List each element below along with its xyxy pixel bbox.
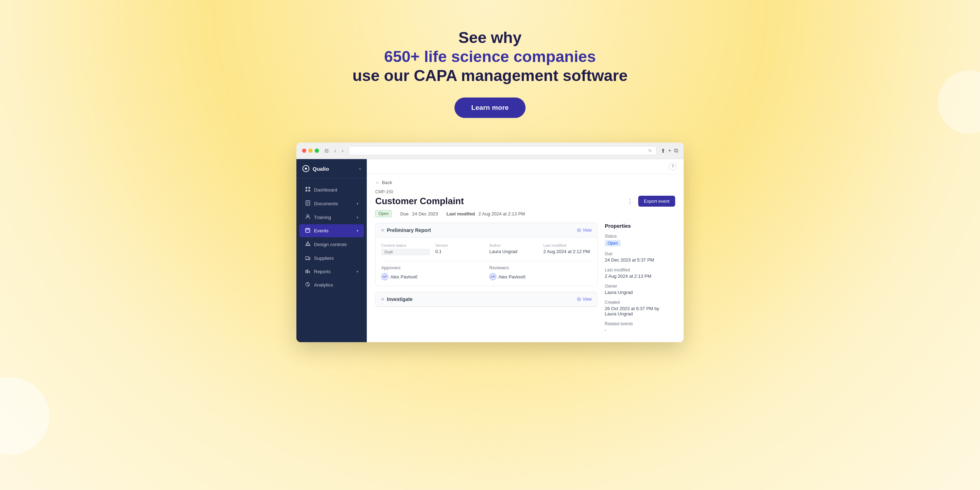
prop-related-events: Related events - (605, 321, 675, 332)
sidebar-item-analytics[interactable]: Analytics (299, 278, 364, 291)
hero-line1: See why (458, 29, 521, 46)
sidebar-logo: Qualio (302, 165, 329, 172)
training-chevron-icon: ▾ (356, 215, 358, 219)
sidebar-logo-text: Qualio (313, 166, 329, 172)
view2-icon (577, 297, 581, 301)
prop-last-modified-label: Last modified (605, 267, 675, 272)
section2-view-link[interactable]: View (577, 297, 592, 302)
reviewers-section: Reviewers AP Alex Pavlovič (489, 266, 592, 280)
record-id: CMP-150 (375, 189, 675, 194)
tl-red[interactable] (302, 148, 306, 153)
svg-point-1 (305, 167, 307, 170)
export-event-button[interactable]: Export event (638, 196, 675, 207)
content-status-label: Content status (381, 243, 430, 247)
separator2: · (442, 211, 443, 216)
top-bar: ? (367, 159, 684, 174)
add-tab-icon[interactable]: + (668, 148, 671, 154)
sidebar-item-dashboard[interactable]: Dashboard (299, 183, 364, 196)
browser-window: ⊟ ‹ › ↻ ⬆ + ⧉ Qualio (296, 143, 684, 342)
s1-last-modified-label: Last modified (544, 243, 592, 247)
section1-view-link[interactable]: View (577, 228, 592, 233)
preliminary-report-section: Preliminary Report View Co (375, 223, 598, 286)
version-label: Version (436, 243, 484, 247)
browser-forward-btn[interactable]: › (340, 147, 345, 154)
svg-rect-2 (305, 187, 307, 189)
sidebar-item-design-controls[interactable]: Design controls (299, 238, 364, 251)
share-icon[interactable]: ⬆ (661, 148, 665, 154)
dashboard-icon (305, 186, 310, 193)
hero-section: See why 650+ life science companies use … (332, 14, 648, 143)
page-title: Customer Complaint (375, 196, 464, 206)
prop-created-value: 26 Oct 2023 at 6:37 PM by Laura Ungrad (605, 306, 675, 317)
last-modified-label: Last modifed (446, 211, 475, 216)
prop-owner: Owner Laura Ungrad (605, 284, 675, 295)
refresh-icon[interactable]: ↻ (648, 148, 652, 153)
prop-related-events-value: - (605, 328, 675, 332)
page-header: Customer Complaint ⋮ Export event (375, 196, 675, 207)
meta-grid: Content status Draft Version 0.1 Author (381, 243, 592, 255)
prop-created: Created 26 Oct 2023 at 6:37 PM by Laura … (605, 300, 675, 317)
approvers-label: Approvers (381, 266, 484, 270)
reviewer-name: Alex Pavlovič (498, 274, 525, 280)
help-button[interactable]: ? (669, 162, 676, 170)
reviewers-label: Reviewers (489, 266, 592, 270)
sidebar-item-events[interactable]: Events ▾ (299, 224, 364, 237)
section2-dot (381, 298, 384, 301)
sidebar: Qualio « Dashboard Documents ▾ (296, 159, 367, 342)
browser-controls: ⊟ ‹ › (323, 147, 345, 154)
section1-view-label: View (582, 228, 592, 233)
s1-last-modified-value: 2 Aug 2024 at 2:12 PM (544, 249, 592, 254)
address-bar[interactable]: ↻ (349, 146, 656, 155)
more-options-button[interactable]: ⋮ (625, 196, 635, 207)
qualio-logo-icon (302, 165, 310, 172)
browser-back-btn[interactable]: ‹ (333, 147, 337, 154)
sidebar-item-documents[interactable]: Documents ▾ (299, 197, 364, 210)
sidebar-item-reports[interactable]: Reports ▾ (299, 265, 364, 278)
section1-title: Preliminary Report (387, 228, 431, 233)
prop-due: Due 24 Dec 2023 at 5:37 PM (605, 251, 675, 262)
author-label: Author (489, 243, 538, 247)
prop-status-label: Status (605, 234, 675, 239)
back-link[interactable]: ← Back (375, 180, 675, 185)
section1-dot (381, 229, 384, 232)
reports-icon (305, 269, 310, 275)
props-title: Properties (605, 223, 675, 229)
tab-overview-icon[interactable]: ⧉ (674, 148, 678, 154)
tl-green[interactable] (315, 148, 319, 153)
browser-actions: ⬆ + ⧉ (661, 148, 678, 154)
approvers-section: Approvers AP Alex Pavlovič (381, 266, 484, 280)
browser-window-btn[interactable]: ⊟ (323, 147, 330, 154)
reviewer-avatar: AP (489, 273, 496, 280)
prop-created-date: 26 Oct 2023 at 6:37 PM by (605, 306, 659, 311)
prop-last-modified-value: 2 Aug 2024 at 2:13 PM (605, 274, 675, 279)
sidebar-item-suppliers[interactable]: Suppliers (299, 251, 364, 265)
tl-yellow[interactable] (309, 148, 313, 153)
sidebar-collapse-btn[interactable]: « (359, 166, 361, 171)
help-icon: ? (671, 164, 674, 169)
app-layout: Qualio « Dashboard Documents ▾ (296, 159, 684, 342)
divider (381, 261, 592, 261)
reviewer-tag: AP Alex Pavlovič (489, 273, 592, 280)
sidebar-nav: Dashboard Documents ▾ Training ▾ (296, 178, 367, 342)
main-col: Preliminary Report View Co (375, 223, 598, 337)
sidebar-item-label-documents: Documents (314, 201, 353, 206)
prop-owner-value: Laura Ungrad (605, 290, 675, 295)
section1-title-container: Preliminary Report (381, 228, 431, 233)
page-content: ← Back CMP-150 Customer Complaint ⋮ Expo… (367, 174, 684, 342)
sidebar-item-label-reports: Reports (314, 269, 353, 274)
prop-status: Status Open (605, 234, 675, 247)
reports-chevron-icon: ▾ (356, 270, 358, 274)
design-controls-icon (305, 241, 310, 247)
hero-title: See why 650+ life science companies use … (339, 28, 641, 85)
svg-rect-21 (307, 269, 309, 273)
prop-related-events-label: Related events (605, 321, 675, 326)
sidebar-item-label-design-controls: Design controls (314, 242, 358, 247)
properties-panel: Properties Status Open Due 24 Dec 2023 a… (605, 223, 675, 337)
prop-created-by: Laura Ungrad (605, 311, 633, 317)
prop-created-label: Created (605, 300, 675, 305)
sidebar-item-training[interactable]: Training ▾ (299, 210, 364, 224)
suppliers-icon (305, 255, 310, 261)
approver-avatar: AP (381, 273, 388, 280)
learn-more-button[interactable]: Learn more (455, 97, 525, 118)
due-date: 24 Dec 2023 (412, 211, 438, 216)
